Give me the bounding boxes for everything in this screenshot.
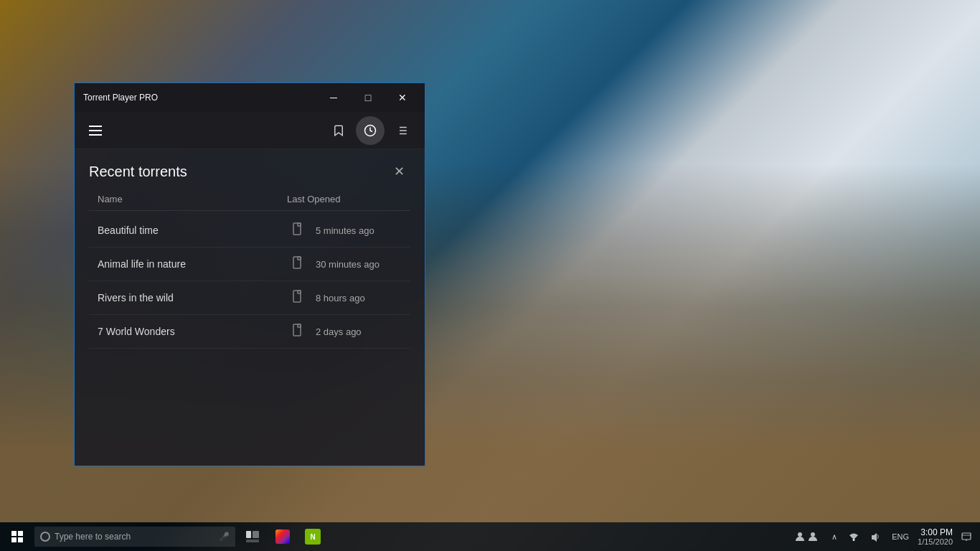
language-indicator[interactable]: ENG xyxy=(889,532,912,541)
taskbar-pinned-apps: N xyxy=(238,522,327,551)
network-icon[interactable] xyxy=(846,532,862,542)
title-bar-controls: ─ □ ✕ xyxy=(317,87,419,108)
svg-rect-10 xyxy=(298,257,301,260)
microphone-icon: 🎤 xyxy=(219,532,230,542)
torrent-name: Rivers in the wild xyxy=(98,292,293,303)
app-window: Torrent Player PRO ─ □ ✕ xyxy=(74,83,425,466)
clear-history-button[interactable]: ✕ xyxy=(388,161,410,182)
toolbar xyxy=(75,112,425,149)
list-button[interactable] xyxy=(387,116,416,145)
svg-point-20 xyxy=(853,539,855,541)
hamburger-line-1 xyxy=(89,126,102,127)
torrent-row[interactable]: Rivers in the wild 8 hours ago xyxy=(89,281,410,315)
toolbar-actions xyxy=(324,116,416,145)
svg-rect-15 xyxy=(246,531,251,538)
torrent-time: 8 hours ago xyxy=(316,293,402,303)
torrent-file-icon xyxy=(293,256,304,272)
section-header: Recent torrents ✕ xyxy=(89,161,410,182)
clock-button[interactable] xyxy=(356,116,385,145)
taskbar-clock[interactable]: 3:00 PM 1/15/2020 xyxy=(918,527,953,546)
column-headers: Name Last Opened xyxy=(89,191,410,211)
section-title: Recent torrents xyxy=(89,164,388,180)
bookmark-button[interactable] xyxy=(324,116,353,145)
torrent-row[interactable]: Beautiful time 5 minutes ago xyxy=(89,214,410,248)
system-tray: ∧ ENG 3:00 PM 1/15/2020 xyxy=(791,527,980,546)
taskbar-time: 3:00 PM xyxy=(918,527,953,537)
people-icon-tray[interactable] xyxy=(791,531,823,542)
maximize-button[interactable]: □ xyxy=(352,87,385,108)
torrent-time: 30 minutes ago xyxy=(316,259,402,270)
torrent-time: 2 days ago xyxy=(316,326,402,337)
search-icon xyxy=(40,532,50,542)
taskbar-date: 1/15/2020 xyxy=(918,537,953,546)
windows-logo-icon xyxy=(11,531,23,542)
taskbar-search-bar[interactable]: Type here to search 🎤 xyxy=(34,527,235,547)
taskbar-app-store[interactable] xyxy=(268,522,297,551)
svg-rect-21 xyxy=(962,533,971,540)
hamburger-button[interactable] xyxy=(83,120,108,141)
nvidia-icon: N xyxy=(305,529,321,545)
svg-point-18 xyxy=(798,532,802,537)
torrent-file-icon xyxy=(293,290,304,306)
search-placeholder: Type here to search xyxy=(55,532,215,542)
content-area: Recent torrents ✕ Name Last Opened Beaut… xyxy=(75,149,425,466)
torrent-time: 5 minutes ago xyxy=(316,225,402,236)
svg-rect-8 xyxy=(298,223,301,226)
svg-rect-11 xyxy=(293,291,301,302)
title-bar: Torrent Player PRO ─ □ ✕ xyxy=(75,83,425,112)
torrent-file-icon xyxy=(293,324,304,339)
taskbar-app-nvidia[interactable]: N xyxy=(298,522,327,551)
svg-rect-9 xyxy=(293,257,301,268)
torrent-list: Beautiful time 5 minutes ago Animal life… xyxy=(89,214,410,349)
torrent-row[interactable]: 7 World Wonders 2 days ago xyxy=(89,315,410,349)
torrent-name: Beautiful time xyxy=(98,225,293,236)
start-button[interactable] xyxy=(0,522,34,551)
torrent-name: 7 World Wonders xyxy=(98,326,293,337)
svg-rect-12 xyxy=(298,291,301,293)
torrent-name: Animal life in nature xyxy=(98,258,293,270)
svg-rect-14 xyxy=(298,324,301,327)
store-icon xyxy=(275,529,290,544)
column-last-opened-header: Last Opened xyxy=(287,194,402,204)
close-button[interactable]: ✕ xyxy=(386,87,419,108)
desktop: Torrent Player PRO ─ □ ✕ xyxy=(0,0,980,551)
hamburger-line-2 xyxy=(89,130,102,131)
torrent-row[interactable]: Animal life in nature 30 minutes ago xyxy=(89,248,410,281)
column-name-header: Name xyxy=(98,194,287,204)
svg-rect-17 xyxy=(246,540,259,542)
volume-icon[interactable] xyxy=(867,532,883,542)
taskbar-app-taskview[interactable] xyxy=(238,522,267,551)
svg-point-19 xyxy=(811,532,815,537)
notifications-button[interactable] xyxy=(958,532,974,542)
svg-rect-13 xyxy=(293,324,301,336)
svg-rect-16 xyxy=(253,531,259,538)
svg-rect-7 xyxy=(293,223,301,235)
torrent-file-icon xyxy=(293,222,304,238)
minimize-button[interactable]: ─ xyxy=(317,87,350,108)
hamburger-line-3 xyxy=(89,134,102,136)
window-title: Torrent Player PRO xyxy=(83,93,317,103)
expand-tray-button[interactable]: ∧ xyxy=(829,532,840,542)
taskbar: Type here to search 🎤 N xyxy=(0,522,980,551)
